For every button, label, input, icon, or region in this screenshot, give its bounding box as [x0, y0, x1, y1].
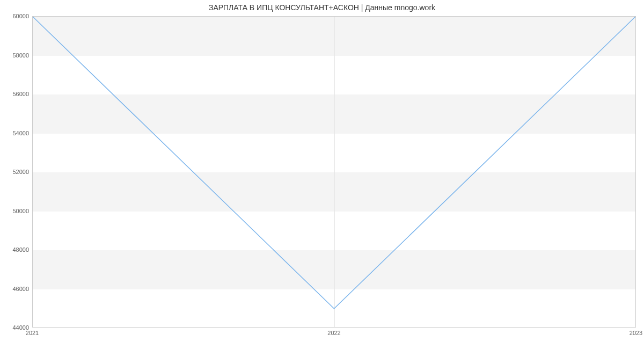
y-tick-label: 54000	[2, 130, 29, 136]
plot-area	[32, 16, 636, 328]
y-tick-label: 50000	[2, 208, 29, 214]
y-tick-label: 58000	[2, 52, 29, 59]
chart-title: ЗАРПЛАТА В ИПЦ КОНСУЛЬТАНТ+АСКОН | Данны…	[0, 3, 644, 12]
y-tick-label: 60000	[2, 13, 29, 19]
x-tick-label: 2022	[327, 330, 340, 336]
x-tick-label: 2021	[26, 330, 39, 336]
y-tick-label: 46000	[2, 286, 29, 292]
x-tick-label: 2023	[630, 330, 642, 336]
line-series	[33, 17, 635, 327]
y-tick-label: 44000	[2, 324, 29, 331]
y-tick-label: 52000	[2, 169, 29, 175]
y-tick-label: 48000	[2, 246, 29, 253]
chart-container: ЗАРПЛАТА В ИПЦ КОНСУЛЬТАНТ+АСКОН | Данны…	[0, 0, 644, 349]
y-tick-label: 56000	[2, 91, 29, 97]
